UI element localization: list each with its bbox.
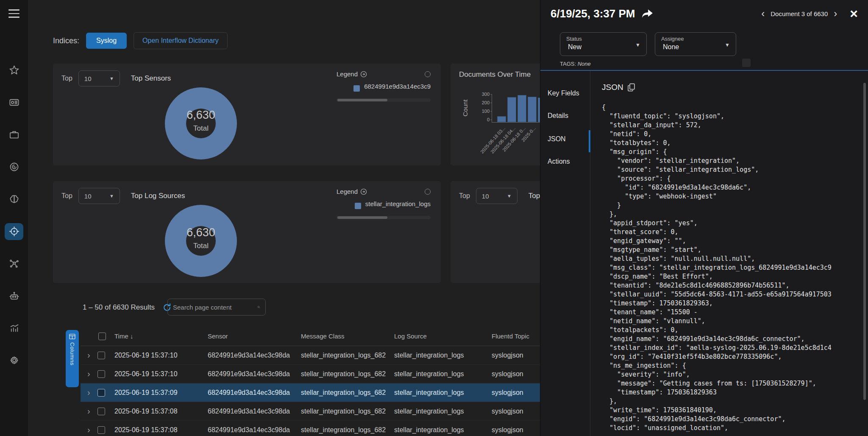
column-header-time[interactable]: Time ↓	[114, 333, 208, 340]
detail-content: Key Fields Details JSON Actions JSON { "…	[540, 70, 868, 436]
sidebar-item-dashboards[interactable]	[5, 94, 23, 111]
star-icon	[8, 64, 20, 76]
sidebar-item-favorites[interactable]	[5, 62, 23, 79]
row-checkbox[interactable]	[97, 408, 105, 415]
tags-value: None	[578, 61, 591, 67]
select-all-checkbox[interactable]	[98, 333, 106, 340]
caret-down-icon: ▼	[507, 193, 512, 198]
donut-total: 6,630	[165, 109, 237, 122]
top-log-sources-donut-chart[interactable]: 6,630 Total	[165, 205, 237, 277]
legend-item[interactable]: stellar_integration_logs	[337, 200, 431, 209]
top-count-select[interactable]: 10 ▼	[476, 188, 517, 204]
json-content[interactable]: { "fluentd_topic": "syslogjson", "stella…	[602, 103, 864, 434]
y-tick: 0	[475, 117, 490, 122]
top-sensors-donut-chart[interactable]: 6,630 Total	[165, 87, 237, 159]
sidebar-item-automation[interactable]	[5, 288, 23, 305]
search-icon[interactable]	[257, 303, 260, 311]
table-row-selected[interactable]: › 2025-06-19 15:37:09 6824991e9d3a14ec3c…	[81, 383, 540, 402]
robot-icon	[8, 290, 20, 302]
tags-edit-button[interactable]	[742, 59, 751, 67]
panel-title: Top Log Sources	[131, 192, 185, 200]
detail-tab-column: Key Fields Details JSON Actions	[540, 71, 590, 436]
expand-row-icon[interactable]: ›	[81, 388, 97, 397]
row-checkbox[interactable]	[97, 370, 105, 378]
close-icon[interactable]: ×	[850, 7, 858, 20]
legend-radio[interactable]	[425, 189, 431, 195]
column-header-message-class[interactable]: Message Class	[301, 333, 394, 340]
expand-row-icon[interactable]: ›	[81, 350, 97, 360]
sidebar-item-cases[interactable]	[5, 126, 23, 143]
bar	[517, 95, 526, 122]
table-row[interactable]: › 2025-06-19 15:37:10 6824991e9d3a14ec3c…	[81, 365, 540, 383]
columns-tab[interactable]: Columns	[66, 330, 79, 387]
caret-down-icon: ▼	[109, 76, 114, 81]
top-sensors-panel: Top 10 ▼ Top Sensors 6,630 Total Legend	[53, 64, 441, 165]
sidebar-item-connections[interactable]	[5, 255, 23, 272]
bar-chart[interactable]	[494, 94, 540, 122]
page-search	[167, 299, 266, 316]
assignee-dropdown[interactable]: Assignee None ▼	[655, 32, 736, 56]
search-input[interactable]	[173, 304, 257, 311]
legend-swatch	[355, 203, 361, 209]
column-header-sensor[interactable]: Sensor	[208, 333, 301, 340]
table-row[interactable]: › 2025-06-19 15:37:08 6824991e9d3a14ec3c…	[81, 402, 540, 421]
share-icon[interactable]	[641, 8, 654, 19]
caret-down-icon: ▼	[109, 193, 114, 198]
legend-swatch	[353, 85, 360, 92]
legend-expand-icon[interactable]	[360, 71, 367, 78]
sidebar-item-detections[interactable]	[5, 159, 23, 176]
menu-icon[interactable]	[8, 9, 19, 18]
expand-row-icon[interactable]: ›	[81, 406, 97, 416]
results-table: Time ↓ Sensor Message Class Log Source F…	[81, 327, 540, 436]
document-detail-panel: 6/19/25, 3:37 PM ‹ Document 3 of 6630 › …	[540, 0, 868, 436]
json-heading: JSON	[602, 83, 623, 92]
table-row[interactable]: › 2025-06-19 15:37:10 6824991e9d3a14ec3c…	[81, 346, 540, 365]
legend-expand-icon[interactable]	[360, 188, 367, 195]
row-checkbox[interactable]	[97, 352, 105, 359]
gear-icon	[8, 355, 20, 366]
copy-icon[interactable]	[628, 83, 635, 92]
legend: Legend stellar_integration_logs	[337, 188, 431, 219]
legend-scrollbar[interactable]	[337, 216, 431, 219]
sidebar-item-ai[interactable]	[5, 191, 23, 208]
card-reader-icon	[8, 97, 20, 108]
crosshair-target-icon	[8, 226, 20, 237]
next-document-icon[interactable]: ›	[834, 8, 837, 19]
table-header-row: Time ↓ Sensor Message Class Log Source F…	[81, 327, 540, 346]
legend-scrollbar[interactable]	[337, 98, 431, 102]
tab-json[interactable]: JSON	[548, 135, 566, 143]
panel-title: Top L	[529, 192, 540, 200]
bar	[507, 97, 516, 122]
open-interflow-dictionary-button[interactable]: Open Interflow Dictionary	[134, 32, 228, 49]
expand-row-icon[interactable]: ›	[81, 369, 97, 379]
active-tab-indicator	[589, 130, 590, 152]
top-label: Top	[61, 192, 72, 200]
tab-key-fields[interactable]: Key Fields	[548, 89, 579, 97]
table-columns-icon	[69, 333, 75, 340]
sidebar-item-reports[interactable]	[5, 320, 23, 337]
expand-row-icon[interactable]: ›	[81, 425, 97, 435]
top-count-select[interactable]: 10 ▼	[78, 188, 120, 204]
row-checkbox[interactable]	[97, 389, 105, 397]
top-log-sources-panel: Top 10 ▼ Top Log Sources 6,630 Total Leg…	[53, 181, 441, 283]
tab-details[interactable]: Details	[548, 112, 568, 120]
row-checkbox[interactable]	[97, 426, 105, 434]
sidebar-item-investigate[interactable]	[5, 223, 23, 240]
top-count-select[interactable]: 10 ▼	[78, 70, 120, 87]
caret-down-icon: ▼	[635, 42, 640, 48]
indices-label: Indices:	[53, 36, 79, 45]
top-label: Top	[459, 192, 470, 200]
table-row[interactable]: › 2025-06-19 15:37:08 6824991e9d3a14ec3c…	[81, 421, 540, 436]
y-axis-label: Count	[462, 95, 469, 121]
column-header-log-source[interactable]: Log Source	[394, 333, 492, 340]
legend-item[interactable]: 6824991e9d3a14ec3c9	[337, 83, 431, 92]
sidebar-item-settings[interactable]	[5, 352, 23, 369]
syslog-index-button[interactable]: Syslog	[86, 33, 127, 49]
column-header-fluentd-topic[interactable]: Fluentd Topic	[492, 333, 540, 340]
caret-down-icon: ▼	[725, 42, 730, 48]
tab-actions[interactable]: Actions	[548, 158, 570, 165]
legend-radio[interactable]	[425, 71, 431, 77]
json-scrollbar[interactable]	[863, 83, 866, 400]
status-dropdown[interactable]: Status New ▼	[560, 32, 647, 56]
previous-document-icon[interactable]: ‹	[761, 8, 765, 19]
